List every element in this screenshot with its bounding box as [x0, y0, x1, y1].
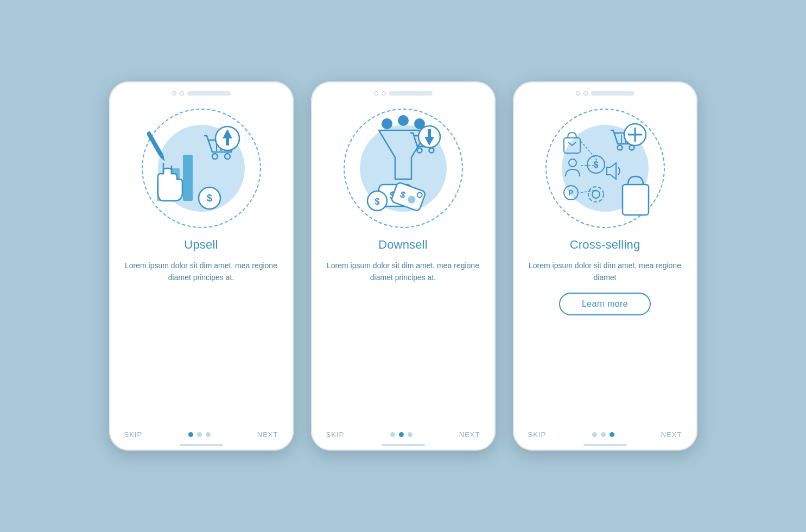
upsell-svg: $: [147, 114, 256, 223]
cross-selling-bottom-nav: SKIP NEXT: [513, 430, 697, 439]
svg-point-48: [569, 159, 576, 167]
upsell-bottom-nav: SKIP NEXT: [109, 430, 294, 439]
phone-downsell: $ $ $ Downsell Lorem ipsum dolor sit dim…: [311, 81, 496, 451]
dot-1-active: [188, 432, 193, 437]
upsell-next[interactable]: NEXT: [257, 430, 278, 439]
dot-2-active: [399, 432, 404, 437]
downsell-illustration: $ $ $: [338, 103, 468, 233]
notch-bar: [389, 91, 433, 96]
svg-point-22: [429, 148, 434, 153]
status-dot-2: [583, 91, 588, 96]
notch-bar: [591, 91, 634, 96]
status-dot-2: [180, 91, 184, 96]
svg-line-56: [581, 141, 597, 160]
dot-3: [408, 432, 412, 437]
svg-point-5: [212, 154, 218, 159]
svg-point-54: [588, 187, 604, 202]
svg-text:P: P: [568, 188, 573, 197]
downsell-dots: [390, 432, 412, 437]
dot-2: [197, 432, 202, 437]
downsell-body: Lorem ipsum dolor sit dim amet, mea regi…: [324, 259, 483, 284]
phone-cross-selling: P $: [513, 81, 697, 451]
status-dot-1: [172, 91, 176, 96]
learn-more-button[interactable]: Learn more: [559, 293, 651, 315]
cross-next[interactable]: NEXT: [661, 430, 682, 439]
notch-bar: [187, 91, 231, 96]
status-dot-2: [382, 91, 386, 96]
svg-point-21: [417, 148, 422, 153]
svg-rect-2: [183, 155, 193, 201]
cross-dots: [592, 432, 614, 437]
home-indicator-downsell: [382, 444, 425, 446]
downsell-next[interactable]: NEXT: [459, 430, 480, 439]
svg-rect-55: [623, 185, 649, 215]
svg-text:$: $: [375, 197, 379, 206]
upsell-skip[interactable]: SKIP: [124, 430, 143, 439]
svg-point-53: [592, 191, 600, 198]
svg-text:$: $: [593, 160, 598, 169]
downsell-title: Downsell: [378, 238, 428, 252]
upsell-dots: [188, 432, 211, 437]
svg-point-18: [382, 118, 392, 129]
svg-point-6: [225, 154, 230, 159]
cross-selling-illustration: P $: [540, 103, 670, 233]
cross-selling-title: Cross-selling: [570, 238, 640, 252]
dot-3: [206, 432, 211, 437]
status-dot-1: [374, 91, 378, 96]
home-indicator-cross: [583, 444, 627, 446]
upsell-illustration: $: [136, 103, 266, 233]
dot-2: [601, 432, 606, 437]
dot-1: [390, 432, 395, 437]
phone-upsell: $ Upsell Lorem ipsum dolor sit dim amet,…: [109, 81, 294, 451]
dot-1: [592, 432, 597, 437]
upsell-body: Lorem ipsum dolor sit dim amet, mea regi…: [122, 259, 281, 284]
svg-point-38: [617, 145, 622, 150]
downsell-svg: $ $ $: [349, 114, 458, 223]
svg-text:$: $: [206, 193, 212, 204]
phones-container: $ Upsell Lorem ipsum dolor sit dim amet,…: [109, 81, 697, 451]
svg-point-19: [398, 115, 409, 126]
cross-selling-svg: P $: [551, 114, 659, 223]
downsell-skip[interactable]: SKIP: [326, 430, 345, 439]
dot-3-active: [610, 432, 614, 437]
cross-skip[interactable]: SKIP: [528, 430, 547, 439]
svg-rect-15: [147, 131, 163, 156]
upsell-title: Upsell: [184, 238, 218, 252]
phone-top-bar-downsell: [324, 91, 483, 96]
cross-selling-body: Lorem ipsum dolor sit dim amet, mea regi…: [526, 259, 684, 284]
phone-top-bar-upsell: [122, 91, 281, 96]
status-dot-1: [576, 91, 580, 96]
phone-top-bar-cross: [526, 91, 684, 96]
downsell-bottom-nav: SKIP NEXT: [311, 430, 496, 439]
home-indicator-upsell: [180, 444, 223, 446]
